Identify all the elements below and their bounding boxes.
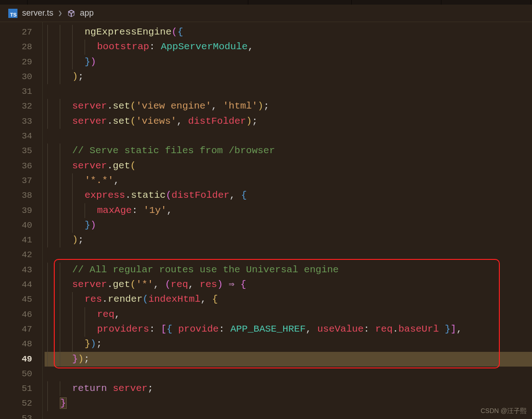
code-editor[interactable]: 2728293031323334353637383940414243444546… [0, 22, 532, 419]
line-number: 27 [0, 25, 32, 40]
code-line[interactable]: req, [45, 307, 532, 322]
code-line[interactable] [45, 247, 532, 262]
line-number: 36 [0, 159, 32, 173]
tab[interactable] [248, 0, 352, 5]
line-number: 48 [0, 337, 32, 351]
code-line[interactable]: }) [45, 218, 532, 233]
code-line[interactable] [45, 367, 532, 381]
line-number: 46 [0, 307, 32, 322]
code-line[interactable]: }) [45, 55, 532, 69]
line-number: 43 [0, 263, 32, 277]
line-number: 52 [0, 396, 32, 411]
line-number: 29 [0, 55, 32, 69]
watermark: CSDN @汪子熙 [481, 407, 526, 415]
code-line[interactable]: }); [45, 337, 532, 351]
line-number: 39 [0, 203, 32, 218]
line-number: 49 [0, 352, 32, 367]
line-number: 45 [0, 292, 32, 307]
line-number: 34 [0, 129, 32, 143]
breadcrumb-file[interactable]: server.ts [22, 8, 53, 18]
code-area[interactable]: ngExpressEngine({bootstrap: AppServerMod… [42, 22, 532, 419]
code-line[interactable] [45, 84, 532, 99]
line-number: 33 [0, 114, 32, 129]
tabs-bar [0, 0, 532, 5]
code-line[interactable]: res.render(indexHtml, { [45, 292, 532, 307]
tab[interactable] [352, 0, 441, 5]
code-line[interactable]: server.set('views', distFolder); [45, 114, 532, 129]
line-numbers-gutter: 2728293031323334353637383940414243444546… [0, 22, 42, 419]
code-line[interactable] [45, 129, 532, 143]
line-number: 38 [0, 188, 32, 203]
code-line[interactable]: '*.*', [45, 173, 532, 188]
code-line[interactable]: express.static(distFolder, { [45, 188, 532, 203]
line-number: 42 [0, 247, 32, 262]
typescript-icon: TS [8, 9, 17, 18]
code-line[interactable]: maxAge: '1y', [45, 203, 532, 218]
line-number: 44 [0, 277, 32, 292]
breadcrumb: TS server.ts ❯ app [0, 5, 532, 22]
tab[interactable] [0, 0, 28, 5]
code-line[interactable]: ngExpressEngine({ [45, 25, 532, 40]
code-line[interactable]: server.set('view engine', 'html'); [45, 99, 532, 114]
code-line[interactable]: }); [45, 352, 532, 367]
line-number: 47 [0, 322, 32, 337]
code-line[interactable]: // All regular routes use the Universal … [45, 263, 532, 277]
code-line[interactable]: // Serve static files from /browser [45, 143, 532, 158]
line-number: 53 [0, 411, 32, 419]
module-icon [67, 9, 75, 17]
breadcrumb-symbol[interactable]: app [80, 8, 94, 18]
line-number: 35 [0, 143, 32, 158]
code-line[interactable]: } [45, 396, 532, 411]
chevron-right-icon: ❯ [58, 9, 63, 18]
line-number: 32 [0, 99, 32, 114]
code-line[interactable]: ); [45, 69, 532, 84]
line-number: 37 [0, 173, 32, 188]
code-line[interactable]: providers: [{ provide: APP_BASE_HREF, us… [45, 322, 532, 337]
code-line[interactable] [45, 411, 532, 419]
code-line[interactable]: server.get('*', (req, res) ⇒ { [45, 277, 532, 292]
line-number: 31 [0, 84, 32, 99]
code-line[interactable]: server.get( [45, 159, 532, 173]
code-line[interactable]: bootstrap: AppServerModule, [45, 40, 532, 54]
tab[interactable] [441, 0, 531, 5]
code-line[interactable]: return server; [45, 381, 532, 396]
line-number: 51 [0, 381, 32, 396]
line-number: 40 [0, 218, 32, 233]
line-number: 30 [0, 69, 32, 84]
tab[interactable] [28, 0, 248, 5]
line-number: 50 [0, 367, 32, 381]
code-line[interactable]: ); [45, 233, 532, 247]
line-number: 28 [0, 40, 32, 54]
line-number: 41 [0, 233, 32, 247]
